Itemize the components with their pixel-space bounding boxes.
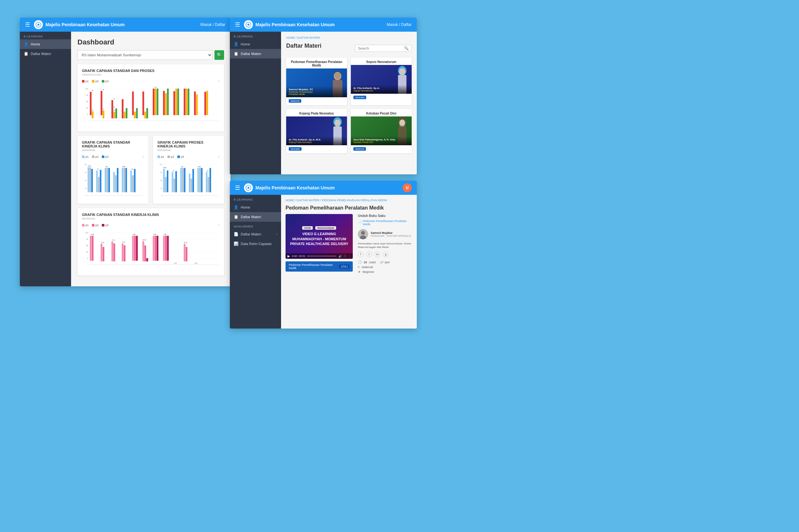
search-icon[interactable]: 🔍 xyxy=(404,46,409,51)
meta-category: ≡ Maternal xyxy=(358,265,412,269)
course-card-1[interactable]: Sepsis Neonatorum dr. Fita Asfianti, xyxy=(351,58,412,105)
sidebar-item-home[interactable]: 👤 Home xyxy=(20,39,71,49)
svg-rect-88 xyxy=(132,175,134,192)
svg-text:37: 37 xyxy=(103,109,104,110)
meta-viewed: 🕐 19 Judul · 17 Jam xyxy=(358,260,412,264)
svg-rect-161 xyxy=(153,236,154,261)
svg-rect-76 xyxy=(105,168,106,192)
daftar-sidebar-daftar[interactable]: 📋 Daftar Materi xyxy=(230,49,281,59)
daftar-sidebar: E-LEARNING 👤 Home 📋 Daftar Materi xyxy=(230,32,281,174)
svg-rect-69 xyxy=(89,167,91,192)
menu-icon[interactable]: ☰ xyxy=(25,21,30,28)
download-icon: 📄 xyxy=(358,221,361,224)
svg-text:125: 125 xyxy=(84,164,87,166)
svg-text:60: 60 xyxy=(86,100,88,103)
svg-rect-150 xyxy=(124,245,126,261)
detail-right: Unduh Buku Saku 📄 Pedoman Pemeliharaan P… xyxy=(358,214,412,275)
course-title-0: Pedoman Pemeliharaan Peralatan Medik xyxy=(286,58,347,69)
svg-text:85: 85 xyxy=(132,169,133,170)
dashboard-window: ☰ Majelis Pembinaan Kesehatan Umum Masuk… xyxy=(20,18,230,286)
sidebar-item-daftar[interactable]: 📋 Daftar Materi xyxy=(20,49,71,59)
github-icon[interactable]: g xyxy=(383,251,389,257)
svg-text:10/80: 10/80 xyxy=(88,165,91,167)
svg-rect-174 xyxy=(186,247,187,261)
svg-rect-165 xyxy=(163,236,165,261)
svg-text:88: 88 xyxy=(92,90,93,92)
chart4-menu[interactable]: ≡ xyxy=(218,223,220,227)
facebook-icon[interactable]: f xyxy=(358,251,364,257)
progress-bar[interactable] xyxy=(307,255,336,256)
play-button[interactable]: ▶ xyxy=(287,254,290,258)
download-link[interactable]: 📄 Pedoman Pemeliharaan Peralatan Medik xyxy=(358,220,412,226)
settings-icon[interactable]: ⋮ xyxy=(348,255,351,258)
svg-rect-87 xyxy=(130,171,132,192)
svg-rect-43 xyxy=(165,93,167,115)
svg-rect-166 xyxy=(165,236,167,261)
download-section-title: Unduh Buku Saku xyxy=(358,214,412,217)
daftar-auth-links[interactable]: Masuk / Daftar xyxy=(387,22,412,27)
instructor-info: Samsul Mujakar PENGAJAR · DOKTER SPESIAL… xyxy=(371,231,411,238)
svg-rect-115 xyxy=(190,178,192,192)
playlist-title: Pedoman Pemeliharaan Peralatan Medik xyxy=(289,263,339,270)
svg-rect-73 xyxy=(98,177,99,192)
chart4-title: GRAFIK CAPAIAN STANDAR KINERJA KLINIS xyxy=(82,213,220,216)
course-tag-2: Neonatal xyxy=(289,147,301,151)
course-card-2[interactable]: Kejang Pada Neonatus dr. Fita Asfianti, … xyxy=(286,109,347,153)
search-bar[interactable]: 🔍 xyxy=(355,45,412,52)
twitter-icon[interactable]: t xyxy=(366,251,372,257)
svg-rect-158 xyxy=(144,245,146,261)
svg-rect-45 xyxy=(173,91,175,115)
svg-text:0: 0 xyxy=(87,113,88,115)
detail-list-icon: 📋 xyxy=(234,215,238,219)
fullscreen-icon[interactable]: ⛶ xyxy=(344,255,346,258)
detail-window: ☰ Majelis Pembinaan Kesehatan Umum U E-L… xyxy=(230,181,417,328)
detail-menu-icon[interactable]: ☰ xyxy=(235,184,240,191)
auth-links[interactable]: Masuk / Daftar xyxy=(200,22,225,27)
chart1-title: GRAFIK CAPAIAN STANDAR DAN PROSES xyxy=(82,69,220,73)
daftar-sidebar-home[interactable]: 👤 Home xyxy=(230,39,281,49)
svg-rect-54 xyxy=(204,92,206,115)
detail-sidebar-home[interactable]: 👤 Home xyxy=(230,203,281,212)
chart4-bars: 120 90 60 30 0 10/80 52 52 xyxy=(82,229,220,271)
chart1-bars: 120 90 60 30 0 88 35 89 xyxy=(82,86,220,127)
svg-rect-30 xyxy=(124,112,126,118)
chart2-menu[interactable]: ≡ xyxy=(142,155,144,158)
video-player[interactable]: USAID Muhammadiyah VIDEO E-LEARNING MUHA… xyxy=(285,214,353,259)
svg-rect-46 xyxy=(175,89,177,115)
svg-text:85: 85 xyxy=(207,170,209,172)
filter-row: RS Islam Muhammadiyah Sumberrejo 🔍 xyxy=(77,50,224,60)
svg-text:67 67: 67 67 xyxy=(122,242,126,244)
playlist-item[interactable]: Pedoman Pemeliharaan Peralatan Medik 1/3… xyxy=(285,261,353,272)
svg-rect-25 xyxy=(115,109,117,118)
daftar-main: HOME / DAFTAR MATERI Daftar Materi 🔍 Ped… xyxy=(281,32,417,174)
svg-rect-149 xyxy=(122,244,123,261)
daftar-menu-icon[interactable]: ☰ xyxy=(235,21,240,28)
course-thumb-1: dr. Fita Asfianti, Sp.A. Sepsis Neonator… xyxy=(351,65,412,94)
detail-user-avatar[interactable]: U xyxy=(403,183,412,192)
chart2-title: GRAFIK CAPAIAN STANDAR KINERJA KLINIS xyxy=(82,140,144,148)
search-input[interactable] xyxy=(358,46,402,50)
detail-sidebar-daftar-materi[interactable]: 📄 Daftar Materi › xyxy=(230,229,281,239)
chart3-menu[interactable]: ≡ xyxy=(218,155,220,158)
course-card-0[interactable]: Pedoman Pemeliharaan Peralatan Medik Sam… xyxy=(286,58,347,105)
course-tag-0: Maternal xyxy=(289,99,301,103)
dashboard-main: Dashboard RS Islam Muhammadiyah Sumberre… xyxy=(71,32,230,286)
detail-sidebar-daftar[interactable]: 📋 Daftar Materi xyxy=(230,212,281,222)
svg-text:10/80: 10/80 xyxy=(91,234,94,236)
chart-card-1: GRAFIK CAPAIAN STANDAR DAN PROSES KINERJ… xyxy=(77,64,224,132)
volume-icon[interactable]: 🔊 xyxy=(338,255,342,258)
search-button[interactable]: 🔍 xyxy=(215,50,224,60)
svg-point-1 xyxy=(37,24,39,25)
daftar-list-icon: 📋 xyxy=(234,52,238,56)
instagram-icon[interactable]: in xyxy=(374,251,380,257)
svg-text:89: 89 xyxy=(103,89,104,91)
clock-icon: 🕐 xyxy=(358,260,362,264)
l2-p1 xyxy=(82,155,85,158)
daftar-page-title: Daftar Materi xyxy=(286,42,321,49)
video-time: 0:02 / 20:21 xyxy=(292,255,305,258)
chart2-legend: p1 p2 p3 ≡ xyxy=(82,155,144,158)
detail-sidebar-data[interactable]: 📊 Data Rohn Capaian xyxy=(230,239,281,249)
chart-menu-icon[interactable]: ≡ xyxy=(218,79,220,83)
hospital-select[interactable]: RS Islam Muhammadiyah Sumberrejo xyxy=(77,50,212,60)
course-card-3[interactable]: Ketuban Pecah Dini Suci Dwi Fatmaningrum… xyxy=(351,109,412,153)
